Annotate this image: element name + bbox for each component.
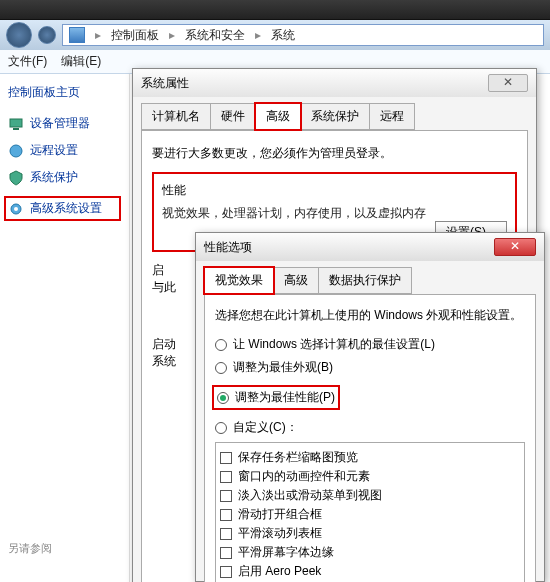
checkbox-icon[interactable]: [220, 471, 232, 483]
sidebar-title: 控制面板主页: [8, 84, 121, 101]
tab-strip: 计算机名 硬件 高级 系统保护 远程: [141, 103, 528, 130]
tab-strip: 视觉效果 高级 数据执行保护: [204, 267, 536, 294]
checkbox-icon[interactable]: [220, 509, 232, 521]
radio-icon: [217, 392, 229, 404]
crumb-item[interactable]: 系统: [271, 27, 295, 44]
address-bar: ▸ 控制面板 ▸ 系统和安全 ▸ 系统: [0, 20, 550, 50]
panel-desc: 选择您想在此计算机上使用的 Windows 外观和性能设置。: [215, 307, 525, 324]
sidebar-item-label: 远程设置: [30, 142, 78, 159]
visual-effects-list[interactable]: 保存任务栏缩略图预览 窗口内的动画控件和元素 淡入淡出或滑动菜单到视图 滑动打开…: [215, 442, 525, 582]
svg-point-4: [14, 207, 18, 211]
group-desc: 视觉效果，处理器计划，内存使用，以及虚拟内存: [162, 205, 507, 222]
breadcrumb[interactable]: ▸ 控制面板 ▸ 系统和安全 ▸ 系统: [62, 24, 544, 46]
radio-best-performance[interactable]: 调整为最佳性能(P): [215, 388, 337, 407]
radio-label: 自定义(C)：: [233, 419, 298, 436]
sidebar-item-protection[interactable]: 系统保护: [8, 169, 121, 186]
tab-advanced[interactable]: 高级: [255, 103, 301, 130]
tab-panel-visual-effects: 选择您想在此计算机上使用的 Windows 外观和性能设置。 让 Windows…: [204, 294, 536, 582]
list-item[interactable]: 启用 Aero Peek: [220, 563, 520, 580]
checkbox-icon[interactable]: [220, 566, 232, 578]
crumb-item[interactable]: 系统和安全: [185, 27, 245, 44]
device-manager-icon: [8, 116, 24, 132]
tab-protection[interactable]: 系统保护: [300, 103, 370, 130]
list-item[interactable]: 滑动打开组合框: [220, 506, 520, 523]
sidebar-item-advanced[interactable]: 高级系统设置: [4, 196, 121, 221]
dialog-titlebar[interactable]: 系统属性 ✕: [133, 69, 536, 97]
admin-note: 要进行大多数更改，您必须作为管理员登录。: [152, 145, 517, 162]
group-title: 性能: [162, 182, 507, 199]
sidebar-item-label: 系统保护: [30, 169, 78, 186]
chevron-right-icon: ▸: [251, 28, 265, 42]
checkbox-icon[interactable]: [220, 528, 232, 540]
checkbox-icon[interactable]: [220, 452, 232, 464]
list-item[interactable]: 窗口内的动画控件和元素: [220, 468, 520, 485]
shield-icon: [8, 170, 24, 186]
checkbox-icon[interactable]: [220, 490, 232, 502]
radio-icon: [215, 422, 227, 434]
radio-custom[interactable]: 自定义(C)：: [215, 419, 525, 436]
radio-icon: [215, 339, 227, 351]
svg-rect-1: [13, 128, 19, 130]
tab-advanced[interactable]: 高级: [273, 267, 319, 294]
dialog-title: 性能选项: [204, 239, 252, 256]
window-titlebar: [0, 0, 550, 20]
dialog-titlebar[interactable]: 性能选项 ✕: [196, 233, 544, 261]
remote-icon: [8, 143, 24, 159]
back-button[interactable]: [6, 22, 32, 48]
tab-dep[interactable]: 数据执行保护: [318, 267, 412, 294]
sidebar-item-label: 高级系统设置: [30, 200, 102, 217]
control-panel-icon: [69, 27, 85, 43]
sidebar-item-label: 设备管理器: [30, 115, 90, 132]
radio-label: 调整为最佳外观(B): [233, 359, 333, 376]
dialog-title: 系统属性: [141, 75, 189, 92]
close-button[interactable]: ✕: [488, 74, 528, 92]
sidebar-item-device-manager[interactable]: 设备管理器: [8, 115, 121, 132]
forward-button[interactable]: [38, 26, 56, 44]
tab-computer-name[interactable]: 计算机名: [141, 103, 211, 130]
list-item[interactable]: 平滑屏幕字体边缘: [220, 544, 520, 561]
menu-edit[interactable]: 编辑(E): [61, 53, 101, 70]
tab-hardware[interactable]: 硬件: [210, 103, 256, 130]
list-item[interactable]: 平滑滚动列表框: [220, 525, 520, 542]
list-item[interactable]: 保存任务栏缩略图预览: [220, 449, 520, 466]
checkbox-icon[interactable]: [220, 547, 232, 559]
crumb-item[interactable]: 控制面板: [111, 27, 159, 44]
radio-icon: [215, 362, 227, 374]
sidebar: 控制面板主页 设备管理器 远程设置 系统保护 高级系统设置 另请参阅: [0, 74, 130, 582]
radio-let-windows-choose[interactable]: 让 Windows 选择计算机的最佳设置(L): [215, 336, 525, 353]
svg-point-2: [10, 145, 22, 157]
tab-visual-effects[interactable]: 视觉效果: [204, 267, 274, 294]
chevron-right-icon: ▸: [165, 28, 179, 42]
svg-rect-0: [10, 119, 22, 127]
chevron-right-icon: ▸: [91, 28, 105, 42]
radio-best-appearance[interactable]: 调整为最佳外观(B): [215, 359, 525, 376]
see-also-label: 另请参阅: [8, 541, 121, 556]
radio-label: 调整为最佳性能(P): [235, 389, 335, 406]
list-item[interactable]: 淡入淡出或滑动菜单到视图: [220, 487, 520, 504]
sidebar-item-remote[interactable]: 远程设置: [8, 142, 121, 159]
performance-options-dialog: 性能选项 ✕ 视觉效果 高级 数据执行保护 选择您想在此计算机上使用的 Wind…: [195, 232, 545, 582]
tab-remote[interactable]: 远程: [369, 103, 415, 130]
close-button[interactable]: ✕: [494, 238, 536, 256]
menu-file[interactable]: 文件(F): [8, 53, 47, 70]
gear-icon: [8, 201, 24, 217]
radio-label: 让 Windows 选择计算机的最佳设置(L): [233, 336, 435, 353]
